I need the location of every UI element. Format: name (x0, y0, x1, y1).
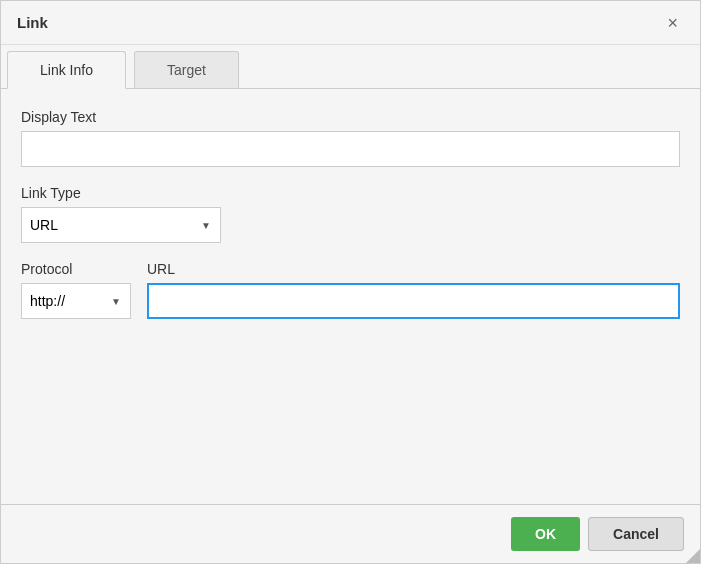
close-button[interactable]: × (661, 12, 684, 34)
display-text-label: Display Text (21, 109, 680, 125)
cancel-button[interactable]: Cancel (588, 517, 684, 551)
url-label: URL (147, 261, 680, 277)
link-type-select[interactable]: URL Link to anchor in the text E-Mail (21, 207, 221, 243)
protocol-select[interactable]: http:// https:// ftp:// news:// other (21, 283, 131, 319)
link-type-select-wrapper: URL Link to anchor in the text E-Mail (21, 207, 221, 243)
display-text-input[interactable] (21, 131, 680, 167)
protocol-url-row: Protocol http:// https:// ftp:// news://… (21, 261, 680, 337)
protocol-label: Protocol (21, 261, 131, 277)
url-input[interactable] (147, 283, 680, 319)
ok-button[interactable]: OK (511, 517, 580, 551)
link-type-label: Link Type (21, 185, 680, 201)
dialog-body: Display Text Link Type URL Link to ancho… (1, 89, 700, 504)
protocol-select-wrapper: http:// https:// ftp:// news:// other (21, 283, 131, 319)
tab-target[interactable]: Target (134, 51, 239, 88)
url-group: URL (147, 261, 680, 319)
resize-handle[interactable] (686, 549, 700, 563)
tab-link-info[interactable]: Link Info (7, 51, 126, 89)
protocol-group: Protocol http:// https:// ftp:// news://… (21, 261, 131, 319)
link-type-group: Link Type URL Link to anchor in the text… (21, 185, 680, 243)
link-dialog: Link × Link Info Target Display Text Lin… (0, 0, 701, 564)
display-text-group: Display Text (21, 109, 680, 167)
dialog-title: Link (17, 14, 48, 31)
tab-bar: Link Info Target (1, 45, 700, 89)
dialog-footer: OK Cancel (1, 504, 700, 563)
dialog-header: Link × (1, 1, 700, 45)
